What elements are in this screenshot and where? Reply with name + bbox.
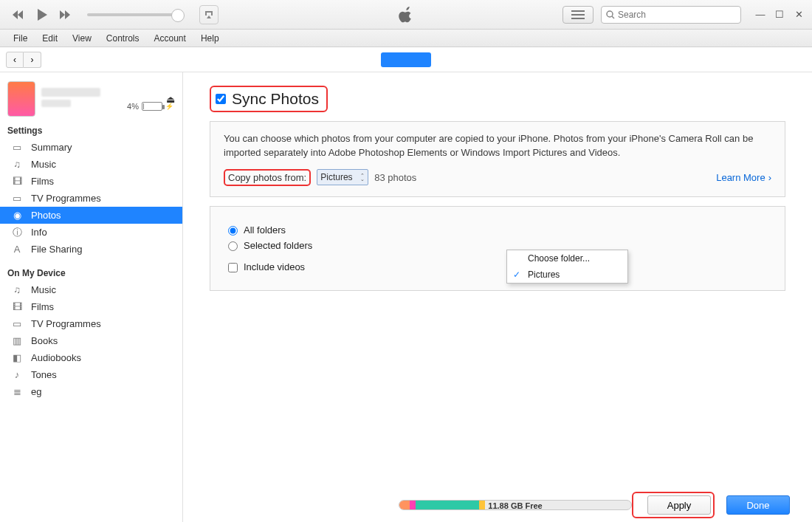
list-view-button[interactable] — [562, 6, 593, 24]
menu-bar: File Edit View Controls Account Help — [0, 30, 812, 47]
sidebar-item-label: Books — [31, 335, 58, 346]
photo-count: 83 photos — [374, 172, 416, 183]
window-controls: ― ☐ ✕ — [753, 9, 806, 21]
dropdown-option-choose[interactable]: Choose folder... — [507, 250, 627, 267]
folder-dropdown[interactable]: Pictures — [317, 169, 368, 185]
film-icon: 🎞 — [10, 175, 24, 188]
include-videos-checkbox[interactable] — [228, 263, 238, 272]
sidebar-item-label: Music — [31, 284, 56, 295]
search-field[interactable] — [601, 6, 741, 24]
nav-forward-button[interactable]: › — [24, 52, 41, 68]
apple-logo-icon — [399, 7, 413, 23]
device-thumbnail-icon — [7, 81, 35, 117]
nav-back-button[interactable]: ‹ — [6, 52, 24, 68]
apply-highlight: Apply — [632, 492, 715, 518]
volume-slider[interactable] — [87, 13, 183, 16]
film-icon: 🎞 — [10, 301, 24, 314]
svg-line-1 — [612, 16, 614, 18]
sidebar-device-books[interactable]: ▥Books — [0, 332, 182, 349]
sidebar-device-audiobooks[interactable]: ◧Audiobooks — [0, 349, 182, 366]
main-content: Sync Photos You can choose which photos … — [183, 72, 812, 522]
search-icon — [606, 10, 615, 19]
audiobook-icon: ◧ — [10, 351, 24, 365]
sidebar: ⏏ 4% ⚡ Settings ▭Summary ♫Music 🎞Films ▭… — [0, 72, 183, 522]
sidebar-item-filesharing[interactable]: АFile Sharing — [0, 241, 182, 258]
sidebar-item-music[interactable]: ♫Music — [0, 156, 182, 173]
airplay-button[interactable] — [199, 5, 219, 24]
sidebar-item-tv[interactable]: ▭TV Programmes — [0, 190, 182, 207]
music-icon: ♫ — [10, 158, 24, 171]
selected-folders-label: Selected folders — [244, 240, 312, 251]
device-capacity — [41, 100, 71, 107]
folder-dropdown-menu: Choose folder... Pictures — [506, 250, 628, 284]
menu-file[interactable]: File — [6, 31, 35, 46]
sidebar-device-films[interactable]: 🎞Films — [0, 298, 182, 315]
tv-icon: ▭ — [10, 192, 24, 205]
all-folders-label: All folders — [244, 224, 286, 236]
device-name — [41, 88, 100, 97]
photos-icon: ◉ — [10, 209, 24, 222]
info-icon: ⓘ — [10, 226, 24, 239]
sidebar-item-label: Info — [31, 227, 47, 238]
sidebar-item-label: Tones — [31, 369, 57, 380]
menu-edit[interactable]: Edit — [35, 31, 65, 46]
next-button[interactable] — [56, 5, 75, 24]
done-button[interactable]: Done — [726, 495, 790, 515]
title-bar: ― ☐ ✕ — [0, 0, 812, 30]
sidebar-device-eg[interactable]: ≣eg — [0, 383, 182, 400]
sidebar-item-label: Summary — [31, 142, 72, 153]
close-button[interactable]: ✕ — [791, 9, 806, 21]
sidebar-item-label: File Sharing — [31, 244, 82, 255]
sidebar-item-photos[interactable]: ◉Photos — [0, 207, 182, 224]
sidebar-item-label: TV Programmes — [31, 193, 101, 204]
svg-point-0 — [607, 11, 613, 17]
device-tab[interactable] — [381, 52, 431, 67]
apply-button[interactable]: Apply — [647, 495, 711, 515]
sidebar-device-music[interactable]: ♫Music — [0, 281, 182, 298]
folder-options-panel: All folders Selected folders Include vid… — [210, 206, 785, 291]
copy-from-label: Copy photos from: — [224, 169, 311, 186]
all-folders-radio[interactable] — [228, 226, 238, 236]
maximize-button[interactable]: ☐ — [772, 9, 787, 21]
battery-percent: 4% — [127, 102, 139, 111]
search-input[interactable] — [618, 10, 736, 20]
capacity-free-text: 11.88 GB Free — [488, 501, 542, 510]
sidebar-item-label: Photos — [31, 210, 61, 221]
sidebar-device-tv[interactable]: ▭TV Programmes — [0, 315, 182, 332]
music-icon: ♫ — [10, 284, 24, 297]
sync-description: You can choose which photos from your co… — [224, 132, 771, 160]
sidebar-item-info[interactable]: ⓘInfo — [0, 224, 182, 241]
bottom-bar: 11.88 GB Free Apply Done — [366, 488, 812, 522]
sidebar-item-films[interactable]: 🎞Films — [0, 173, 182, 190]
device-header: ⏏ — [0, 75, 182, 121]
battery-status: 4% ⚡ — [127, 102, 173, 111]
playlist-icon: ≣ — [10, 385, 24, 399]
device-icon: ▭ — [10, 141, 24, 154]
tones-icon: ♪ — [10, 368, 24, 382]
minimize-button[interactable]: ― — [753, 9, 768, 21]
play-button[interactable] — [32, 5, 52, 24]
selected-folders-radio[interactable] — [228, 241, 238, 251]
playback-controls — [0, 5, 219, 24]
sync-photos-highlight: Sync Photos — [210, 86, 328, 112]
battery-icon — [142, 102, 162, 111]
menu-help[interactable]: Help — [193, 31, 227, 46]
sync-photos-checkbox[interactable] — [216, 94, 226, 104]
sidebar-section-ondevice: On My Device — [0, 264, 182, 281]
sync-photos-title: Sync Photos — [232, 90, 319, 108]
books-icon: ▥ — [10, 334, 24, 348]
menu-account[interactable]: Account — [147, 31, 193, 46]
folder-dropdown-value: Pictures — [320, 172, 352, 182]
dropdown-option-pictures[interactable]: Pictures — [507, 267, 627, 283]
capacity-bar: 11.88 GB Free — [399, 500, 632, 510]
learn-more-link[interactable]: Learn More› — [716, 172, 771, 183]
sidebar-item-summary[interactable]: ▭Summary — [0, 139, 182, 156]
sidebar-device-tones[interactable]: ♪Tones — [0, 366, 182, 383]
tv-icon: ▭ — [10, 317, 24, 331]
prev-button[interactable] — [9, 5, 28, 24]
sidebar-item-label: Music — [31, 159, 56, 170]
chevron-right-icon: › — [768, 172, 771, 183]
menu-view[interactable]: View — [65, 31, 99, 46]
include-videos-label: Include videos — [244, 261, 305, 272]
menu-controls[interactable]: Controls — [99, 31, 147, 46]
